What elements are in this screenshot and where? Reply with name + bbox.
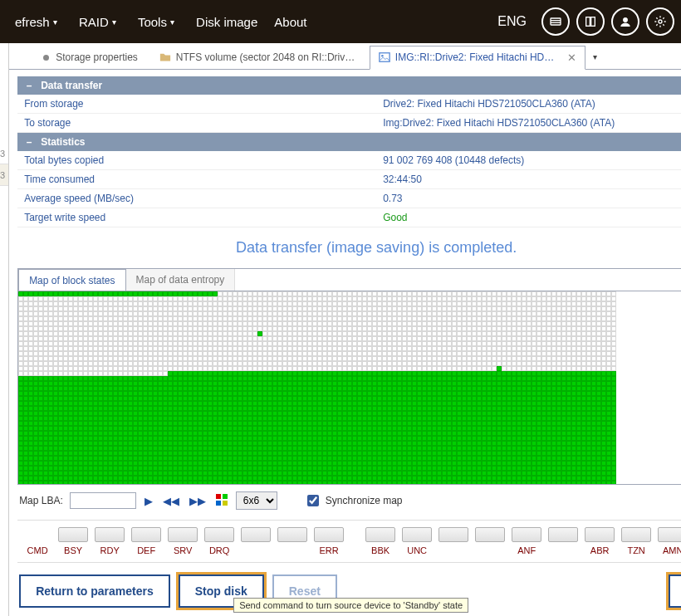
tabs-chevron-icon[interactable]: ▾ xyxy=(589,46,602,69)
svg-rect-4 xyxy=(590,17,592,27)
return-button[interactable]: Return to parameters xyxy=(19,574,170,608)
data-transfer-table: From storageDrive2: Fixed Hitachi HDS721… xyxy=(17,95,681,133)
folder-icon xyxy=(159,51,171,63)
tab-data-entropy[interactable]: Map of data entropy xyxy=(126,269,236,291)
map-lba-label: Map LBA: xyxy=(19,495,63,506)
menu-raid[interactable]: RAID ▾ xyxy=(71,0,130,43)
svg-rect-12 xyxy=(223,501,228,506)
left-row-a[interactable]: 3 xyxy=(0,143,8,164)
tabs-row: Storage properties NTFS volume (sector 2… xyxy=(9,43,681,70)
svg-rect-9 xyxy=(216,494,221,499)
block-map[interactable] xyxy=(17,291,681,485)
collapse-icon[interactable]: – xyxy=(24,80,34,91)
tooltip: Send command to turn source device to 'S… xyxy=(233,598,468,613)
lang-selector[interactable]: ENG xyxy=(489,0,535,43)
tab-block-states[interactable]: Map of block states xyxy=(18,269,125,291)
section-statistics: – Statistics xyxy=(17,133,681,151)
svg-rect-11 xyxy=(216,501,221,506)
svg-point-8 xyxy=(381,55,384,57)
menu-disk-image[interactable]: Disk image xyxy=(188,0,266,43)
legend-icon[interactable] xyxy=(214,494,229,508)
sync-map-checkbox[interactable] xyxy=(307,495,319,506)
ata-status-row: CMD BSYRDYDEFSRVDRQ ERR BBKUNC ANF ABRTZ… xyxy=(17,520,681,563)
svg-rect-0 xyxy=(551,18,561,25)
svg-rect-10 xyxy=(223,494,228,499)
rewind-icon[interactable]: ◀◀ xyxy=(161,495,181,507)
block-size-select[interactable]: 6x6 xyxy=(236,491,277,510)
section-data-transfer: – Data transfer xyxy=(17,76,681,95)
cmd-label: CMD xyxy=(22,545,52,555)
map-controls: Map LBA: ▶ ◀◀ ▶▶ 6x6 Synchronize map xyxy=(9,485,681,516)
tab-ntfs-volume[interactable]: NTFS volume (sector 2048 on RI::Drive2:.… xyxy=(150,46,366,69)
tab-storage-properties[interactable]: Storage properties xyxy=(34,46,147,69)
menu-refresh[interactable]: efresh ▾ xyxy=(7,0,71,43)
menu-tools[interactable]: Tools ▾ xyxy=(130,0,188,43)
image-icon xyxy=(379,51,390,63)
button-row: Return to parameters Stop disk Reset Clo… xyxy=(9,566,681,616)
play-icon[interactable]: ▶ xyxy=(143,495,154,507)
sync-map-label: Synchronize map xyxy=(326,495,403,506)
close-icon[interactable]: ✕ xyxy=(567,51,576,64)
close-button[interactable]: Close xyxy=(669,574,681,608)
user-icon[interactable] xyxy=(611,7,639,36)
svg-point-5 xyxy=(623,17,627,22)
gear-icon[interactable] xyxy=(646,7,674,36)
left-row-b[interactable]: 3 xyxy=(0,164,8,186)
menu-bar: efresh ▾ RAID ▾ Tools ▾ Disk image About… xyxy=(0,0,681,43)
left-sidebar: 3 3 xyxy=(0,43,9,616)
svg-point-6 xyxy=(659,20,662,23)
tab-img-drive[interactable]: IMG::RI::Drive2: Fixed Hitachi HDS7... ✕ xyxy=(370,46,585,70)
forward-icon[interactable]: ▶▶ xyxy=(188,495,208,507)
menu-about[interactable]: About xyxy=(266,0,315,43)
map-tabs: Map of block states Map of data entropy xyxy=(17,268,681,291)
svg-rect-7 xyxy=(380,53,389,62)
map-lba-input[interactable] xyxy=(70,492,136,509)
statistics-table: Total bytes copied91 002 769 408 (10448 … xyxy=(17,151,681,227)
layout-icon[interactable] xyxy=(576,7,605,36)
completed-message: Data transfer (image saving) is complete… xyxy=(9,231,681,268)
bullet-icon xyxy=(43,55,49,61)
panel-icon[interactable] xyxy=(541,7,570,36)
collapse-icon[interactable]: – xyxy=(24,136,34,148)
